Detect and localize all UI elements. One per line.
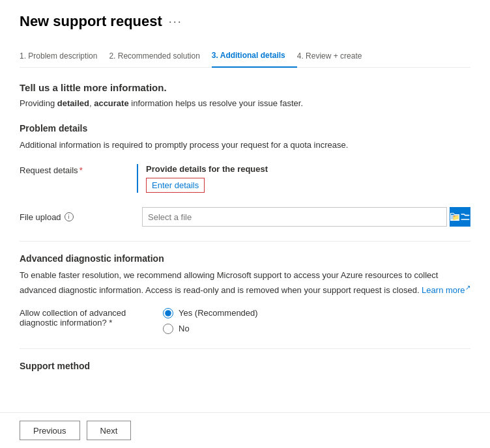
file-upload-button[interactable]: 📁	[450, 207, 470, 227]
section-divider-2	[20, 348, 470, 349]
svg-text:📁: 📁	[452, 214, 460, 221]
problem-details-title: Problem details	[20, 123, 470, 133]
file-upload-row: File upload i 📁	[20, 207, 470, 227]
adv-diag-title: Advanced diagnostic information	[20, 253, 470, 264]
request-details-label: Request details*	[20, 164, 137, 175]
radio-yes-row[interactable]: Yes (Recommended)	[163, 308, 258, 318]
page-title: New support request	[20, 13, 162, 30]
file-input-wrapper: 📁	[142, 207, 470, 227]
radio-no-row[interactable]: No	[163, 324, 258, 334]
allow-collection-row: Allow collection of advanced diagnostic …	[20, 308, 470, 334]
steps-navigation: 1. Problem description 2. Recommended so…	[20, 44, 470, 68]
bottom-navigation: Previous Next	[0, 412, 490, 448]
request-details-row: Request details* Provide details for the…	[20, 164, 470, 193]
file-upload-info-icon[interactable]: i	[65, 212, 74, 221]
step-4-review-create[interactable]: 4. Review + create	[297, 45, 374, 67]
external-link-icon: ↗	[465, 284, 470, 291]
ellipsis-menu-icon[interactable]: ···	[169, 15, 182, 29]
bold-detailed: detailed	[57, 98, 89, 108]
step-1-problem-description[interactable]: 1. Problem description	[20, 45, 109, 67]
allow-collection-label: Allow collection of advanced diagnostic …	[20, 308, 163, 328]
allow-required-star: *	[109, 318, 112, 328]
folder-icon: 📁	[450, 212, 460, 221]
radio-no-input[interactable]	[163, 324, 173, 334]
radio-group-diagnostic: Yes (Recommended) No	[163, 308, 258, 334]
bold-accurate: accurate	[94, 98, 128, 108]
section-subtext: Providing detailed, accurate information…	[20, 97, 470, 110]
section-divider-1	[20, 241, 470, 242]
section-heading: Tell us a little more information.	[20, 82, 470, 93]
file-select-input[interactable]	[142, 207, 447, 227]
enter-details-link[interactable]: Enter details	[146, 178, 205, 193]
previous-button[interactable]: Previous	[20, 421, 80, 440]
required-star: *	[79, 165, 83, 175]
problem-details-desc: Additional information is required to pr…	[20, 139, 470, 152]
support-method-title: Support method	[20, 361, 470, 371]
file-upload-label: File upload i	[20, 212, 137, 222]
step-3-additional-details[interactable]: 3. Additional details	[212, 44, 297, 68]
next-button[interactable]: Next	[87, 421, 132, 440]
provide-details-heading: Provide details for the request	[146, 164, 470, 174]
adv-diag-desc: To enable faster resolution, we recommen…	[20, 269, 470, 298]
radio-yes-input[interactable]	[163, 308, 173, 318]
radio-no-label: No	[179, 324, 190, 333]
radio-yes-label: Yes (Recommended)	[179, 308, 258, 318]
request-details-control: Provide details for the request Enter de…	[137, 164, 470, 193]
step-2-recommended-solution[interactable]: 2. Recommended solution	[109, 45, 211, 67]
provide-details-box: Provide details for the request Enter de…	[137, 164, 470, 193]
folder-open-icon	[460, 212, 470, 221]
learn-more-link[interactable]: Learn more↗	[422, 285, 470, 295]
